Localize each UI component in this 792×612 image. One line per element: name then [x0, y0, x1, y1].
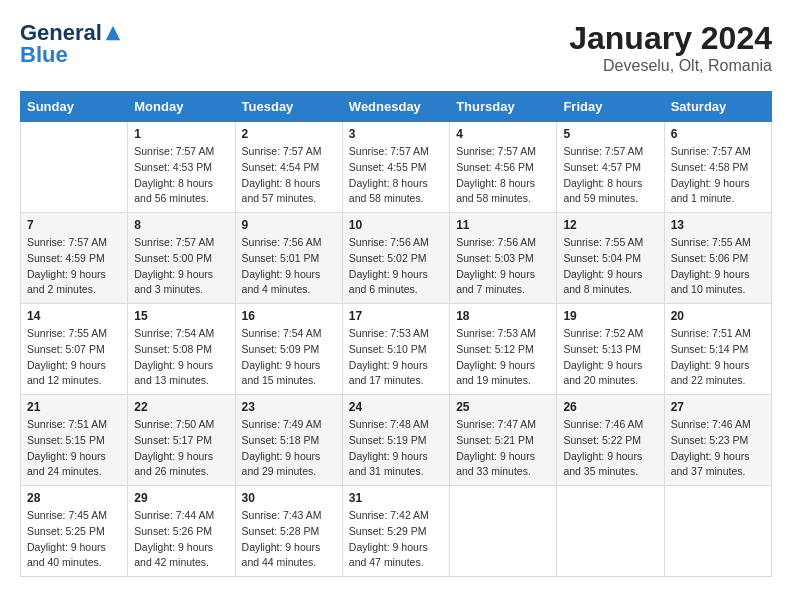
calendar-cell: 27 Sunrise: 7:46 AM Sunset: 5:23 PM Dayl… — [664, 395, 771, 486]
day-info: Sunrise: 7:50 AM Sunset: 5:17 PM Dayligh… — [134, 417, 228, 480]
sunset: Sunset: 5:21 PM — [456, 434, 534, 446]
daylight: Daylight: 9 hours and 10 minutes. — [671, 268, 750, 296]
calendar-cell — [21, 122, 128, 213]
sunrise: Sunrise: 7:56 AM — [242, 236, 322, 248]
sunset: Sunset: 4:54 PM — [242, 161, 320, 173]
calendar-cell: 9 Sunrise: 7:56 AM Sunset: 5:01 PM Dayli… — [235, 213, 342, 304]
day-info: Sunrise: 7:43 AM Sunset: 5:28 PM Dayligh… — [242, 508, 336, 571]
day-number: 22 — [134, 400, 228, 414]
calendar-cell: 1 Sunrise: 7:57 AM Sunset: 4:53 PM Dayli… — [128, 122, 235, 213]
day-number: 19 — [563, 309, 657, 323]
calendar-cell: 26 Sunrise: 7:46 AM Sunset: 5:22 PM Dayl… — [557, 395, 664, 486]
calendar-cell: 20 Sunrise: 7:51 AM Sunset: 5:14 PM Dayl… — [664, 304, 771, 395]
sunrise: Sunrise: 7:57 AM — [134, 145, 214, 157]
daylight: Daylight: 9 hours and 26 minutes. — [134, 450, 213, 478]
day-info: Sunrise: 7:57 AM Sunset: 4:58 PM Dayligh… — [671, 144, 765, 207]
sunrise: Sunrise: 7:47 AM — [456, 418, 536, 430]
sunset: Sunset: 5:04 PM — [563, 252, 641, 264]
sunset: Sunset: 5:07 PM — [27, 343, 105, 355]
sunset: Sunset: 5:23 PM — [671, 434, 749, 446]
calendar-cell: 3 Sunrise: 7:57 AM Sunset: 4:55 PM Dayli… — [342, 122, 449, 213]
daylight: Daylight: 9 hours and 47 minutes. — [349, 541, 428, 569]
sunrise: Sunrise: 7:42 AM — [349, 509, 429, 521]
logo-icon — [104, 24, 122, 42]
day-info: Sunrise: 7:57 AM Sunset: 5:00 PM Dayligh… — [134, 235, 228, 298]
sunrise: Sunrise: 7:48 AM — [349, 418, 429, 430]
day-info: Sunrise: 7:57 AM Sunset: 4:56 PM Dayligh… — [456, 144, 550, 207]
day-number: 15 — [134, 309, 228, 323]
sunrise: Sunrise: 7:57 AM — [27, 236, 107, 248]
calendar-cell: 24 Sunrise: 7:48 AM Sunset: 5:19 PM Dayl… — [342, 395, 449, 486]
calendar-cell — [664, 486, 771, 577]
day-info: Sunrise: 7:57 AM Sunset: 4:55 PM Dayligh… — [349, 144, 443, 207]
calendar-cell: 11 Sunrise: 7:56 AM Sunset: 5:03 PM Dayl… — [450, 213, 557, 304]
day-info: Sunrise: 7:49 AM Sunset: 5:18 PM Dayligh… — [242, 417, 336, 480]
sunrise: Sunrise: 7:56 AM — [456, 236, 536, 248]
sunrise: Sunrise: 7:51 AM — [671, 327, 751, 339]
calendar-cell: 19 Sunrise: 7:52 AM Sunset: 5:13 PM Dayl… — [557, 304, 664, 395]
sunrise: Sunrise: 7:53 AM — [456, 327, 536, 339]
daylight: Daylight: 9 hours and 20 minutes. — [563, 359, 642, 387]
calendar-cell: 10 Sunrise: 7:56 AM Sunset: 5:02 PM Dayl… — [342, 213, 449, 304]
day-number: 28 — [27, 491, 121, 505]
column-header-tuesday: Tuesday — [235, 92, 342, 122]
daylight: Daylight: 9 hours and 33 minutes. — [456, 450, 535, 478]
sunrise: Sunrise: 7:53 AM — [349, 327, 429, 339]
sunset: Sunset: 5:03 PM — [456, 252, 534, 264]
day-info: Sunrise: 7:53 AM Sunset: 5:10 PM Dayligh… — [349, 326, 443, 389]
day-info: Sunrise: 7:51 AM Sunset: 5:14 PM Dayligh… — [671, 326, 765, 389]
day-info: Sunrise: 7:46 AM Sunset: 5:23 PM Dayligh… — [671, 417, 765, 480]
calendar-cell: 12 Sunrise: 7:55 AM Sunset: 5:04 PM Dayl… — [557, 213, 664, 304]
sunrise: Sunrise: 7:55 AM — [27, 327, 107, 339]
sunset: Sunset: 5:25 PM — [27, 525, 105, 537]
sunset: Sunset: 5:12 PM — [456, 343, 534, 355]
column-header-sunday: Sunday — [21, 92, 128, 122]
sunrise: Sunrise: 7:56 AM — [349, 236, 429, 248]
sunset: Sunset: 5:14 PM — [671, 343, 749, 355]
day-number: 13 — [671, 218, 765, 232]
calendar-cell: 18 Sunrise: 7:53 AM Sunset: 5:12 PM Dayl… — [450, 304, 557, 395]
svg-marker-0 — [106, 26, 120, 40]
calendar-cell: 15 Sunrise: 7:54 AM Sunset: 5:08 PM Dayl… — [128, 304, 235, 395]
daylight: Daylight: 9 hours and 6 minutes. — [349, 268, 428, 296]
calendar-cell: 7 Sunrise: 7:57 AM Sunset: 4:59 PM Dayli… — [21, 213, 128, 304]
day-number: 12 — [563, 218, 657, 232]
daylight: Daylight: 9 hours and 35 minutes. — [563, 450, 642, 478]
sunrise: Sunrise: 7:45 AM — [27, 509, 107, 521]
sunrise: Sunrise: 7:57 AM — [349, 145, 429, 157]
sunset: Sunset: 5:13 PM — [563, 343, 641, 355]
day-info: Sunrise: 7:44 AM Sunset: 5:26 PM Dayligh… — [134, 508, 228, 571]
day-info: Sunrise: 7:47 AM Sunset: 5:21 PM Dayligh… — [456, 417, 550, 480]
day-number: 24 — [349, 400, 443, 414]
calendar-cell: 8 Sunrise: 7:57 AM Sunset: 5:00 PM Dayli… — [128, 213, 235, 304]
sunset: Sunset: 5:18 PM — [242, 434, 320, 446]
day-info: Sunrise: 7:55 AM Sunset: 5:06 PM Dayligh… — [671, 235, 765, 298]
sunset: Sunset: 5:02 PM — [349, 252, 427, 264]
day-number: 26 — [563, 400, 657, 414]
day-number: 3 — [349, 127, 443, 141]
day-number: 31 — [349, 491, 443, 505]
sunrise: Sunrise: 7:57 AM — [242, 145, 322, 157]
column-header-monday: Monday — [128, 92, 235, 122]
day-number: 11 — [456, 218, 550, 232]
calendar-cell — [557, 486, 664, 577]
sunset: Sunset: 5:28 PM — [242, 525, 320, 537]
day-number: 21 — [27, 400, 121, 414]
day-number: 8 — [134, 218, 228, 232]
day-info: Sunrise: 7:42 AM Sunset: 5:29 PM Dayligh… — [349, 508, 443, 571]
location: Deveselu, Olt, Romania — [569, 57, 772, 75]
day-info: Sunrise: 7:48 AM Sunset: 5:19 PM Dayligh… — [349, 417, 443, 480]
day-number: 30 — [242, 491, 336, 505]
day-info: Sunrise: 7:55 AM Sunset: 5:07 PM Dayligh… — [27, 326, 121, 389]
daylight: Daylight: 9 hours and 8 minutes. — [563, 268, 642, 296]
daylight: Daylight: 9 hours and 29 minutes. — [242, 450, 321, 478]
sunrise: Sunrise: 7:49 AM — [242, 418, 322, 430]
day-info: Sunrise: 7:56 AM Sunset: 5:02 PM Dayligh… — [349, 235, 443, 298]
sunset: Sunset: 5:15 PM — [27, 434, 105, 446]
sunset: Sunset: 5:09 PM — [242, 343, 320, 355]
sunrise: Sunrise: 7:54 AM — [134, 327, 214, 339]
daylight: Daylight: 9 hours and 24 minutes. — [27, 450, 106, 478]
daylight: Daylight: 8 hours and 58 minutes. — [456, 177, 535, 205]
daylight: Daylight: 9 hours and 40 minutes. — [27, 541, 106, 569]
calendar-cell: 28 Sunrise: 7:45 AM Sunset: 5:25 PM Dayl… — [21, 486, 128, 577]
